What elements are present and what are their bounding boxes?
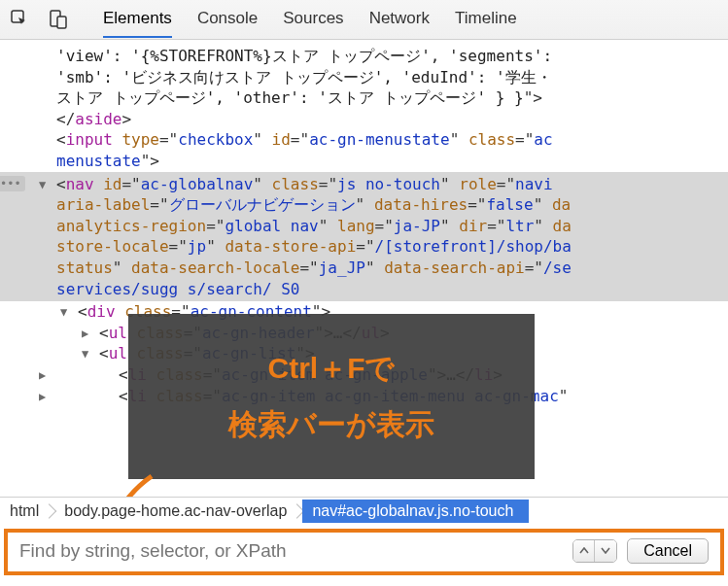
dom-ul1[interactable]: ▶<ul class="ac-gn-header">…</ul> [21, 323, 728, 344]
crumb-nav[interactable]: nav#ac-globalnav.js.no-touch [302, 500, 529, 523]
crumb-html[interactable]: html [0, 500, 54, 523]
dom-closing-tag[interactable]: </aside> [21, 109, 728, 130]
collapse-icon[interactable]: ▶ [39, 367, 46, 383]
crumb-body[interactable]: body.page-home.ac-nav-overlap [54, 500, 302, 523]
dom-nav[interactable]: ▼<nav id="ac-globalnav" class="js no-tou… [21, 174, 728, 195]
search-bar: Cancel [4, 529, 724, 575]
dom-div[interactable]: ▼<div class="ac-gn-content"> [21, 301, 728, 323]
svg-rect-2 [57, 17, 66, 28]
dom-nav-l3[interactable]: analytics-region="global nav" lang="ja-J… [21, 216, 728, 237]
arrow-icon [84, 471, 171, 497]
collapse-icon[interactable]: ▶ [39, 389, 46, 404]
inspect-icon[interactable] [10, 9, 31, 30]
search-stepper [572, 539, 617, 563]
dom-ul2[interactable]: ▼<ul class="ac-gn-list"> [21, 343, 728, 364]
dom-nav-l6[interactable]: services/sugg s/search/ S0 [21, 279, 728, 300]
expand-icon[interactable]: ▼ [39, 177, 46, 192]
expand-icon[interactable]: ▼ [82, 346, 88, 362]
dom-input[interactable]: <input type="checkbox" id="ac-gn-menusta… [21, 129, 728, 151]
tab-sources[interactable]: Sources [283, 1, 343, 38]
annotation-line2: 検索バーが表示 [228, 405, 434, 445]
dom-tree[interactable]: 'view': '{%STOREFRONT%}ストア トップページ', 'seg… [0, 40, 728, 497]
dom-nav-l4[interactable]: store-locale="jp" data-store-api="/[stor… [21, 236, 728, 258]
collapse-icon[interactable]: ▶ [82, 326, 88, 341]
devtools-tabs: Elements Console Sources Network Timelin… [103, 1, 517, 38]
dom-nav-l5[interactable]: status" data-search-locale="ja_JP" data-… [21, 258, 728, 279]
search-next-button[interactable] [595, 540, 616, 562]
tab-console[interactable]: Console [197, 1, 258, 38]
dom-input-cont[interactable]: menustate"> [21, 151, 728, 172]
dom-text[interactable]: 'view': '{%STOREFRONT%}ストア トップページ', 'seg… [21, 46, 728, 67]
dom-nav-l2[interactable]: aria-label="グローバルナビゲーション" data-hires="fa… [21, 194, 728, 216]
expand-icon[interactable]: ▼ [60, 304, 67, 320]
search-prev-button[interactable] [573, 540, 595, 562]
dom-selected-node[interactable]: ••• ▼<nav id="ac-globalnav" class="js no… [0, 172, 728, 302]
tab-timeline[interactable]: Timeline [455, 1, 517, 38]
device-icon[interactable] [47, 9, 68, 30]
breadcrumb: html body.page-home.ac-nav-overlap nav#a… [0, 497, 728, 525]
dom-text[interactable]: ストア トップページ', 'other': 'ストア トップページ' } }"> [21, 87, 728, 109]
cancel-button[interactable]: Cancel [627, 538, 709, 564]
tab-elements[interactable]: Elements [103, 1, 172, 38]
tab-network[interactable]: Network [369, 1, 430, 38]
dom-li1[interactable]: ▶<li class="ac-gn-item ac-gn-apple">…</l… [21, 364, 728, 386]
devtools-toolbar: Elements Console Sources Network Timelin… [0, 0, 728, 40]
search-input[interactable] [19, 540, 563, 562]
dom-li2[interactable]: ▶<li class="ac-gn-item ac-gn-item-menu a… [21, 386, 728, 407]
dom-text[interactable]: 'smb': 'ビジネス向けストア トップページ', 'eduInd': '学生… [21, 67, 728, 88]
